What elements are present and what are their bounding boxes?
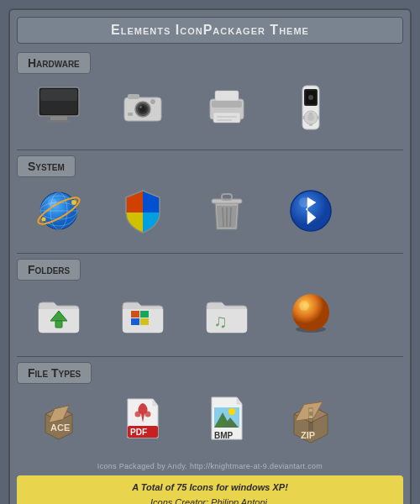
svg-rect-78 [309,416,312,418]
icon-folder-windows [109,287,176,341]
monitor-icon [32,81,86,134]
footer-line1: A Total of 75 Icons for windows XP! [25,480,395,496]
svg-rect-50 [131,311,139,318]
ace-icon: ACE [32,391,86,444]
svg-point-57 [299,301,309,311]
section-filetypes: File Types ACE [17,362,403,451]
svg-point-36 [71,200,76,205]
svg-rect-2 [50,117,67,120]
icon-camera [109,81,176,134]
svg-rect-49 [55,321,62,328]
svg-rect-24 [309,113,312,115]
footer-yellow: A Total of 75 Icons for windows XP! Icon… [17,475,403,504]
svg-point-10 [139,106,141,108]
trash-icon [200,184,254,238]
svg-point-65 [145,412,151,417]
printer-icon [200,81,254,134]
icon-trash [193,184,260,238]
icon-pdf: PDF [109,391,176,444]
svg-rect-51 [140,311,149,318]
folder-music-icon: ♫ [200,287,254,341]
icon-globe [25,184,92,238]
icon-ace: ACE [25,391,92,444]
svg-line-41 [223,207,223,227]
zip-icon: ZIP [284,391,338,444]
svg-text:♫: ♫ [213,311,228,332]
svg-rect-52 [131,318,139,325]
svg-point-46 [291,191,331,231]
svg-rect-25 [309,123,312,126]
icon-orange-ball [277,287,344,341]
camera-icon [116,81,170,134]
svg-rect-26 [302,116,305,119]
pdf-icon: PDF [116,391,170,444]
svg-point-11 [151,100,155,104]
icon-folder-music: ♫ [193,287,260,341]
icon-monitor [25,81,92,134]
title-bar: Elements IconPackager Theme [17,17,403,44]
system-icons-row [17,184,403,244]
svg-rect-15 [215,91,239,101]
icon-bmp: BMP [193,391,260,444]
svg-text:ACE: ACE [50,423,70,433]
icon-shield [109,184,176,238]
svg-rect-19 [212,101,242,108]
section-label-hardware: Hardware [17,52,91,74]
footer-line2: Icons Creator: Philipp Antoni. [25,496,395,504]
svg-point-47 [299,197,309,207]
folder-windows-icon [116,287,170,341]
svg-text:ZIP: ZIP [301,430,315,440]
filetypes-icons-row: ACE PDF [17,391,403,451]
svg-rect-12 [128,113,133,116]
icon-ipod [277,81,344,134]
ipod-icon [284,81,338,134]
section-label-filetypes: File Types [17,362,92,384]
icon-zip: ZIP [277,391,344,444]
section-label-system: System [17,155,76,177]
bmp-icon: BMP [200,391,254,444]
folder-down-icon [32,287,86,341]
section-hardware: Hardware [17,52,403,141]
bluetooth-icon [284,184,338,238]
section-label-folders: Folders [17,259,81,281]
svg-rect-4 [40,89,77,101]
svg-rect-27 [317,116,319,119]
svg-rect-53 [140,318,149,325]
main-container: Elements IconPackager Theme Hardware [8,8,412,504]
svg-point-38 [48,198,56,207]
svg-point-69 [228,408,235,415]
icon-printer [193,81,260,134]
app-title: Elements IconPackager Theme [111,23,309,37]
svg-line-43 [230,207,231,227]
globe-icon [32,184,86,238]
section-system: System [17,155,403,244]
svg-rect-79 [309,419,312,422]
svg-point-37 [42,218,46,222]
shield-icon [116,184,170,238]
svg-text:PDF: PDF [130,428,147,437]
section-folders: Folders [17,259,403,348]
svg-rect-16 [217,116,237,118]
svg-rect-6 [128,94,139,99]
folders-icons-row: ♫ [17,287,403,348]
svg-rect-17 [217,119,232,121]
footer-credit: Icons Packaged by Andy. http://knightmar… [17,459,403,472]
svg-point-29 [308,95,313,100]
icon-bluetooth [277,184,344,238]
svg-rect-76 [309,409,312,412]
hardware-icons-row [17,81,403,141]
svg-rect-3 [47,120,71,123]
svg-point-23 [307,114,314,121]
svg-text:BMP: BMP [214,431,234,440]
ball-icon [284,287,338,341]
icon-folder-downloads [25,287,92,341]
svg-point-56 [292,294,329,331]
svg-point-64 [135,412,141,417]
svg-rect-77 [309,412,312,415]
